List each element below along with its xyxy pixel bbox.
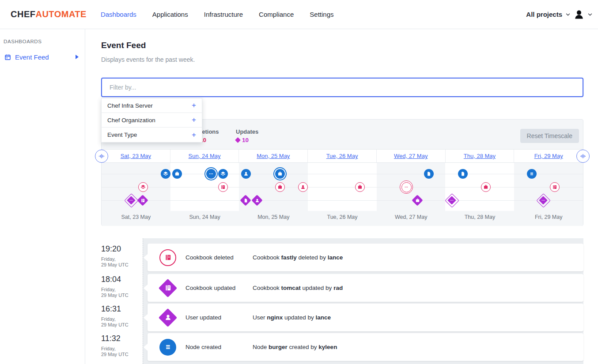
event-marker-create[interactable] <box>458 169 468 179</box>
cookbook-icon <box>552 184 557 190</box>
day-link-1[interactable]: Sun, 24 May <box>189 153 221 159</box>
event-marker-create[interactable] <box>218 169 228 179</box>
event-time-value: 18:04 <box>101 275 141 284</box>
event-marker-update-group[interactable] <box>537 194 550 207</box>
day-footer-label: Thu, 28 May <box>446 211 515 226</box>
nav-item-settings[interactable]: Settings <box>310 11 333 18</box>
event-marker-create[interactable] <box>424 169 434 179</box>
event-marker-update-group[interactable] <box>445 194 458 207</box>
nav-item-compliance[interactable]: Compliance <box>259 11 294 18</box>
user-icon <box>164 314 172 321</box>
day-header-cell: Sun, 24 May <box>170 150 239 162</box>
nav-item-dashboards[interactable]: Dashboards <box>101 11 136 18</box>
event-marker-update[interactable] <box>252 195 262 206</box>
layers-icon <box>140 184 146 190</box>
event-card-description: Cookbook fastly deleted by lance <box>253 254 343 261</box>
event-marker-update[interactable] <box>137 195 148 206</box>
layers-icon <box>220 171 226 176</box>
day-link-5[interactable]: Thu, 28 May <box>464 153 496 159</box>
event-feed-list: 19:20 Friday,29 May UTC 18:04 Friday,29 … <box>85 235 598 364</box>
day-footer-label: Sun, 24 May <box>170 211 239 226</box>
timescale-back-button[interactable] <box>95 150 108 163</box>
event-marker-delete[interactable] <box>275 182 285 192</box>
event-marker-delete[interactable] <box>138 182 148 192</box>
event-marker-delete-group[interactable] <box>400 180 413 194</box>
day-link-2[interactable]: Mon, 25 May <box>257 153 290 159</box>
nav-item-applications[interactable]: Applications <box>152 11 188 18</box>
event-marker-update[interactable] <box>412 195 423 206</box>
dots-icon <box>208 171 214 176</box>
cookbook-icon <box>164 254 172 261</box>
day-link-0[interactable]: Sat, 23 May <box>121 153 151 159</box>
event-time: 16:31 Friday,29 May UTC <box>101 304 141 328</box>
sidebar-item-event-feed[interactable]: Event Feed <box>0 51 85 63</box>
main-content: Event Feed Displays events for the past … <box>85 29 598 364</box>
chef-automate-logo: CHEFAUTOMATE <box>11 9 87 19</box>
node-icon <box>164 343 172 351</box>
dots-icon <box>404 185 409 189</box>
deletions-gridline <box>102 187 583 188</box>
filter-category-chef-infra-server[interactable]: Chef Infra Server + <box>102 98 202 113</box>
reset-timescale-button[interactable]: Reset Timescale <box>520 129 579 143</box>
projects-filter-button[interactable]: All projects <box>526 11 562 18</box>
expand-triangle-icon[interactable] <box>76 55 79 59</box>
event-time-value: 11:32 <box>101 334 141 343</box>
filter-category-chef-organization[interactable]: Chef Organization + <box>102 113 202 128</box>
day-link-6[interactable]: Fri, 29 May <box>534 153 563 159</box>
plus-icon: + <box>192 131 196 139</box>
day-link-3[interactable]: Tue, 26 May <box>326 153 358 159</box>
client-icon <box>460 171 466 176</box>
event-marker-create[interactable] <box>172 169 182 179</box>
dots-icon <box>450 198 454 203</box>
client-icon <box>426 171 431 176</box>
timeline-days-header: Sat, 23 May Sun, 24 May Mon, 25 May Tue,… <box>102 149 583 163</box>
event-card-icon <box>159 249 176 266</box>
timeline-grid <box>102 163 583 211</box>
nav-item-infrastructure[interactable]: Infrastructure <box>204 11 243 18</box>
event-marker-update-group[interactable] <box>125 194 138 207</box>
day-header-cell: Fri, 29 May <box>514 150 583 162</box>
page-title: Event Feed <box>101 41 146 50</box>
event-marker-create[interactable] <box>527 169 537 179</box>
updates-gridline <box>102 200 583 201</box>
day-footer-label: Mon, 25 May <box>239 211 308 226</box>
layers-icon <box>163 171 168 176</box>
user-icon <box>300 184 306 190</box>
stat-updates: Updates 10 <box>236 128 258 143</box>
event-marker-delete[interactable] <box>355 182 365 192</box>
event-card-icon <box>159 309 176 326</box>
job-icon <box>415 198 420 203</box>
sidebar-heading: DASHBOARDS <box>4 39 85 44</box>
event-marker-delete[interactable] <box>298 182 308 192</box>
filter-input[interactable] <box>101 78 583 97</box>
user-avatar-icon[interactable] <box>574 9 584 20</box>
client-icon <box>243 198 248 203</box>
job-icon <box>174 171 180 176</box>
event-time-date: Friday,29 May UTC <box>101 316 141 328</box>
chevron-down-icon <box>565 12 571 17</box>
event-marker-create-group[interactable] <box>204 167 218 180</box>
event-time-date: Friday,29 May UTC <box>101 256 141 268</box>
day-link-4[interactable]: Wed, 27 May <box>394 153 428 159</box>
job-icon <box>483 184 488 190</box>
top-navigation-bar: CHEFAUTOMATE DashboardsApplicationsInfra… <box>0 0 598 29</box>
event-marker-create-group[interactable] <box>273 167 287 180</box>
event-marker-delete[interactable] <box>481 182 491 192</box>
event-marker-update[interactable] <box>240 195 251 206</box>
logo-chef: CHEF <box>11 9 35 19</box>
timescale-forward-button[interactable] <box>576 150 590 163</box>
event-marker-create[interactable] <box>161 169 170 179</box>
plus-icon: + <box>192 116 196 124</box>
event-marker-delete[interactable] <box>550 182 560 192</box>
filter-category-label: Chef Organization <box>107 117 155 124</box>
page-subtitle: Displays events for the past week. <box>101 56 195 63</box>
event-card-title: Cookbook deleted <box>185 254 234 261</box>
user-icon <box>255 198 260 203</box>
event-marker-delete[interactable] <box>218 182 228 192</box>
day-header-cell: Sat, 23 May <box>102 150 170 162</box>
stat-count: 10 <box>236 137 258 143</box>
filter-category-event-type[interactable]: Event Type + <box>102 128 202 142</box>
event-marker-create[interactable] <box>241 169 251 179</box>
event-time-date: Friday,29 May UTC <box>101 287 141 298</box>
day-header-cell: Thu, 28 May <box>446 150 515 162</box>
